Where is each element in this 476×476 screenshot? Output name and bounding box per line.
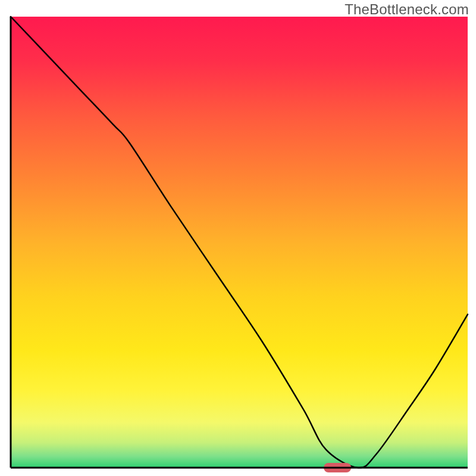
bottleneck-chart-svg — [0, 0, 476, 476]
watermark-text: TheBottleneck.com — [345, 1, 469, 18]
chart-container: TheBottleneck.com — [0, 0, 476, 476]
plot-background — [11, 17, 468, 468]
